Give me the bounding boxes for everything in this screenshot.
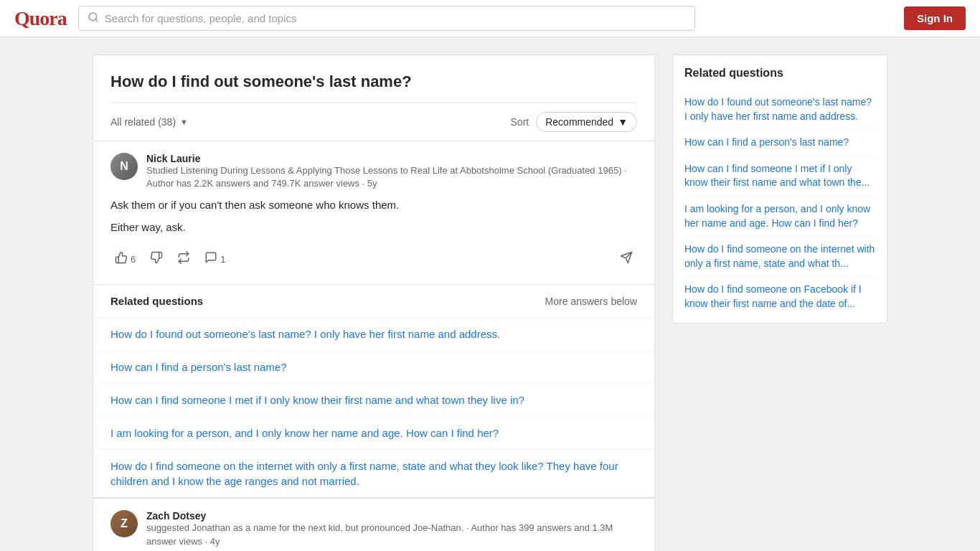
related-link-4[interactable]: How do I find someone on the internet wi… bbox=[110, 460, 618, 487]
sidebar-link-1[interactable]: How can I find a person's last name? bbox=[684, 136, 875, 150]
search-input[interactable] bbox=[105, 12, 686, 24]
sidebar-link-item-1: How can I find a person's last name? bbox=[684, 130, 875, 156]
page-body: How do I find out someone's last name? A… bbox=[81, 37, 899, 551]
answer-line-1: Ask them or if you can't then ask someon… bbox=[110, 197, 637, 214]
question-card: How do I find out someone's last name? A… bbox=[93, 55, 655, 141]
sidebar-link-item-5: How do I find someone on Facebook if I k… bbox=[684, 277, 875, 311]
answer-block-nick: N Nick Laurie Studied Listening During L… bbox=[110, 141, 637, 284]
all-related-label: All related (38) bbox=[110, 116, 176, 128]
comment-button-nick[interactable]: 1 bbox=[200, 248, 230, 270]
main-content: How do I find out someone's last name? A… bbox=[93, 55, 655, 551]
related-link-item-0: How do I found out someone's last name? … bbox=[93, 318, 654, 351]
sidebar-link-item-0: How do I found out someone's last name? … bbox=[684, 90, 875, 130]
comment-icon bbox=[204, 251, 217, 267]
related-link-1[interactable]: How can I find a person's last name? bbox=[110, 361, 287, 373]
logo[interactable]: Quora bbox=[14, 7, 67, 30]
action-bar-nick: 6 bbox=[110, 244, 637, 273]
related-link-item-4: How do I find someone on the internet wi… bbox=[93, 450, 654, 497]
sidebar-link-item-4: How do I find someone on the internet wi… bbox=[684, 237, 875, 277]
sort-label: Sort bbox=[511, 116, 529, 128]
filter-bar: All related (38) ▼ Sort Recommended ▼ bbox=[110, 103, 637, 141]
avatar-zach[interactable]: Z bbox=[110, 510, 138, 537]
share-button-nick[interactable] bbox=[616, 248, 637, 270]
answer-block-zach: Z Zach Dotsey suggested Jonathan as a na… bbox=[110, 499, 637, 551]
answer-line-2: Either way, ask. bbox=[110, 220, 637, 236]
answer-section-1: N Nick Laurie Studied Listening During L… bbox=[93, 141, 655, 285]
sidebar-link-0[interactable]: How do I found out someone's last name? … bbox=[684, 95, 875, 123]
related-link-item-3: I am looking for a person, and I only kn… bbox=[93, 417, 654, 450]
search-bar bbox=[78, 6, 695, 31]
sort-dropdown[interactable]: Recommended ▼ bbox=[536, 112, 637, 132]
repost-button-nick[interactable] bbox=[173, 248, 194, 270]
question-title: How do I find out someone's last name? bbox=[110, 72, 637, 91]
answer-section-zach: Z Zach Dotsey suggested Jonathan as a na… bbox=[93, 498, 655, 551]
related-link-item-2: How can I find someone I met if I only k… bbox=[93, 384, 654, 417]
related-in-main: Related questions More answers below How… bbox=[93, 285, 655, 498]
answer-text-nick: Ask them or if you can't then ask someon… bbox=[110, 197, 637, 235]
sidebar-link-5[interactable]: How do I find someone on Facebook if I k… bbox=[684, 283, 875, 311]
author-row-nick: N Nick Laurie Studied Listening During L… bbox=[110, 153, 637, 190]
sidebar-title: Related questions bbox=[684, 67, 875, 80]
sort-area: Sort Recommended ▼ bbox=[511, 112, 637, 132]
sidebar-link-3[interactable]: I am looking for a person, and I only kn… bbox=[684, 202, 875, 230]
svg-line-1 bbox=[95, 19, 98, 22]
upvote-count-nick: 6 bbox=[131, 254, 136, 265]
sign-in-button[interactable]: Sign In bbox=[904, 6, 966, 30]
author-row-zach: Z Zach Dotsey suggested Jonathan as a na… bbox=[110, 510, 637, 547]
related-in-main-header: Related questions More answers below bbox=[93, 285, 654, 318]
related-link-3[interactable]: I am looking for a person, and I only kn… bbox=[110, 427, 499, 439]
sidebar-card: Related questions How do I found out som… bbox=[672, 55, 887, 324]
sort-value: Recommended bbox=[545, 116, 613, 128]
share-icon bbox=[620, 251, 633, 267]
sidebar-link-item-2: How can I find someone I met if I only k… bbox=[684, 156, 875, 197]
related-link-0[interactable]: How do I found out someone's last name? … bbox=[110, 328, 500, 340]
chevron-down-icon: ▼ bbox=[180, 118, 188, 126]
comment-count-nick: 1 bbox=[220, 254, 225, 265]
upvote-button-nick[interactable]: 6 bbox=[110, 248, 140, 270]
header: Quora Sign In bbox=[0, 0, 980, 37]
author-name-nick[interactable]: Nick Laurie bbox=[146, 153, 637, 164]
sidebar: Related questions How do I found out som… bbox=[672, 55, 887, 324]
repost-icon bbox=[177, 251, 190, 267]
author-bio-nick: Studied Listening During Lessons & Apply… bbox=[146, 164, 637, 190]
sidebar-link-4[interactable]: How do I find someone on the internet wi… bbox=[684, 242, 875, 270]
sidebar-link-item-3: I am looking for a person, and I only kn… bbox=[684, 197, 875, 237]
author-name-zach[interactable]: Zach Dotsey bbox=[146, 510, 637, 522]
related-in-main-title: Related questions bbox=[110, 295, 203, 307]
related-link-item-1: How can I find a person's last name? bbox=[93, 351, 654, 384]
author-info-nick: Nick Laurie Studied Listening During Les… bbox=[146, 153, 637, 190]
search-icon bbox=[88, 11, 99, 25]
related-link-2[interactable]: How can I find someone I met if I only k… bbox=[110, 394, 524, 406]
author-bio-zach: suggested Jonathan as a name for the nex… bbox=[146, 522, 637, 547]
upvote-icon bbox=[115, 251, 128, 267]
downvote-icon bbox=[150, 251, 163, 267]
author-info-zach: Zach Dotsey suggested Jonathan as a name… bbox=[146, 510, 637, 547]
sidebar-link-2[interactable]: How can I find someone I met if I only k… bbox=[684, 162, 875, 190]
all-related-button[interactable]: All related (38) ▼ bbox=[110, 116, 188, 128]
downvote-button-nick[interactable] bbox=[146, 248, 167, 270]
sort-chevron-icon: ▼ bbox=[618, 116, 628, 128]
more-answers-below: More answers below bbox=[545, 296, 637, 307]
avatar-nick[interactable]: N bbox=[110, 153, 138, 180]
